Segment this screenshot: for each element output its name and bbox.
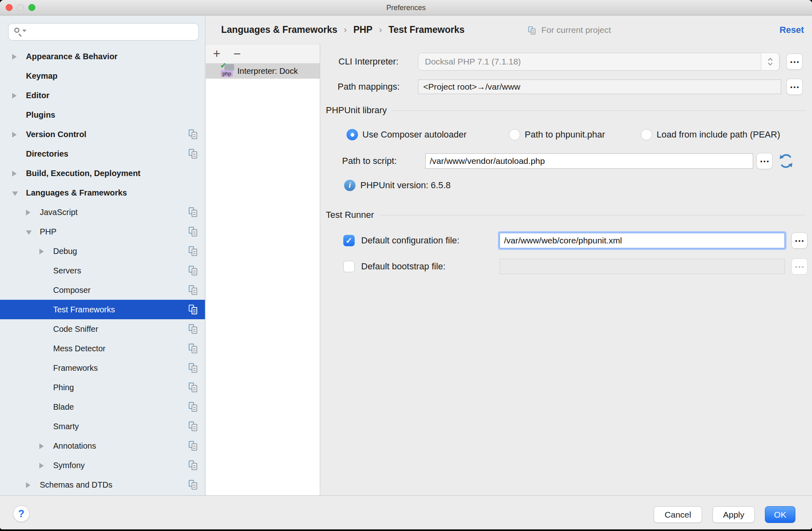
sidebar-item-label: Directories — [26, 149, 69, 159]
tree-disclosure-arrow-icon[interactable] — [39, 463, 44, 469]
project-level-icon — [189, 383, 198, 393]
sidebar-item-label: PHP — [40, 227, 56, 236]
project-level-icon — [189, 246, 198, 256]
sidebar-tree-item[interactable]: Directories — [0, 144, 205, 163]
path-to-script-input[interactable] — [425, 153, 753, 169]
breadcrumb-separator: › — [344, 25, 347, 35]
sidebar-tree-item[interactable]: PHP — [0, 222, 205, 241]
sidebar-tree-item[interactable]: Symfony — [0, 456, 205, 475]
tree-disclosure-arrow-icon[interactable] — [26, 230, 32, 235]
project-level-icon — [189, 441, 198, 451]
interpreter-list-item[interactable]: ✓ php Interpreter: Dock — [206, 63, 320, 79]
tree-disclosure-arrow-icon[interactable] — [12, 54, 17, 60]
phpunit-library-radio[interactable]: Use Composer autoloader — [347, 129, 467, 140]
sidebar-tree-item[interactable]: Frameworks — [0, 358, 205, 378]
test-runner-section-header: Test Runner — [326, 209, 812, 221]
sidebar-tree-item[interactable]: Plugins — [0, 105, 205, 125]
sidebar-tree-item[interactable]: Test Frameworks — [0, 300, 205, 319]
refresh-icon[interactable] — [778, 153, 794, 169]
search-icon[interactable] — [13, 27, 26, 37]
sidebar-tree-item[interactable]: Debug — [0, 241, 205, 261]
breadcrumb: Languages & Frameworks › PHP › Test Fram… — [221, 16, 465, 44]
help-button[interactable]: ? — [13, 505, 30, 522]
sidebar-tree-item[interactable]: Schemas and DTDs — [0, 475, 205, 494]
path-mappings-browse-button[interactable]: … — [786, 79, 803, 95]
sidebar-tree-item[interactable]: Phing — [0, 378, 205, 397]
tree-disclosure-arrow-icon[interactable] — [26, 210, 30, 215]
sidebar-item-label: Annotations — [53, 441, 96, 451]
sidebar-tree-item[interactable]: Blade — [0, 397, 205, 417]
cli-interpreter-label: CLI Interpreter: — [338, 53, 398, 71]
project-level-icon — [189, 207, 198, 217]
sidebar-item-label: JavaScript — [40, 208, 78, 217]
path-to-script-browse-button[interactable]: … — [756, 153, 773, 169]
ok-button[interactable]: OK — [765, 506, 795, 523]
tree-disclosure-arrow-icon[interactable] — [12, 132, 17, 138]
default-config-checkbox[interactable]: ✓ — [343, 235, 355, 246]
project-level-icon — [189, 344, 198, 354]
tree-disclosure-arrow-icon[interactable] — [12, 93, 17, 99]
settings-header: Languages & Frameworks › PHP › Test Fram… — [206, 16, 812, 44]
default-bootstrap-checkbox[interactable] — [343, 261, 355, 272]
project-level-icon — [189, 129, 198, 140]
sidebar-tree-item[interactable]: Appearance & Behavior — [0, 47, 205, 66]
sidebar-tree-item[interactable]: Keymap — [0, 66, 205, 86]
default-bootstrap-label: Default bootstrap file: — [361, 259, 446, 274]
sidebar-tree-item[interactable]: Code Sniffer — [0, 319, 205, 339]
sidebar-tree-item[interactable]: Servers — [0, 261, 205, 280]
sidebar-item-label: Build, Execution, Deployment — [26, 169, 140, 178]
cli-interpreter-browse-button[interactable]: … — [786, 54, 803, 70]
section-title: Test Runner — [326, 210, 374, 220]
tree-disclosure-arrow-icon[interactable] — [12, 171, 17, 176]
sidebar-tree-item[interactable]: Annotations — [0, 436, 205, 456]
sidebar-item-label: Appearance & Behavior — [26, 52, 118, 61]
phpunit-version-text: PHPUnit version: 6.5.8 — [360, 180, 451, 191]
tree-disclosure-arrow-icon[interactable] — [26, 482, 30, 488]
breadcrumb-part[interactable]: Languages & Frameworks — [221, 24, 337, 35]
sidebar-tree-item[interactable]: Smarty — [0, 417, 205, 436]
tree-disclosure-arrow-icon[interactable] — [39, 443, 44, 449]
search-input[interactable] — [26, 25, 198, 39]
sidebar-item-label: Composer — [53, 286, 90, 295]
tree-disclosure-arrow-icon[interactable] — [39, 249, 44, 254]
settings-search-box[interactable] — [8, 23, 199, 41]
breadcrumb-separator: › — [379, 25, 382, 35]
sidebar-item-label: Schemas and DTDs — [40, 480, 112, 490]
path-mappings-field[interactable]: <Project root>→/var/www — [418, 80, 781, 94]
sidebar-tree-item[interactable]: Editor — [0, 86, 205, 105]
sidebar-tree-item[interactable]: Languages & Frameworks — [0, 183, 205, 202]
phpunit-library-radio[interactable]: Path to phpunit.phar — [509, 129, 605, 140]
cancel-button[interactable]: Cancel — [654, 506, 702, 523]
default-bootstrap-browse-button: … — [791, 258, 808, 275]
project-level-icon — [189, 149, 198, 159]
dialog-footer: ? Cancel Apply OK — [0, 495, 812, 529]
cli-interpreter-select[interactable]: Docksal PHP 7.1 (7.1.18) — [418, 53, 780, 71]
default-config-browse-button[interactable]: … — [791, 232, 808, 249]
sidebar-tree-item[interactable]: Version Control — [0, 125, 205, 144]
sidebar-item-label: Smarty — [53, 422, 79, 431]
info-icon: i — [344, 180, 355, 191]
project-level-icon — [189, 227, 198, 237]
add-button[interactable]: + — [211, 46, 222, 62]
apply-button[interactable]: Apply — [713, 506, 755, 523]
breadcrumb-part[interactable]: Test Frameworks — [388, 24, 464, 35]
radio-circle-icon — [641, 129, 652, 140]
sidebar-item-label: Blade — [53, 402, 74, 412]
settings-tree: Appearance & Behavior Keymap Editor Plug… — [0, 47, 205, 494]
interpreter-list-toolbar: + − — [206, 44, 320, 63]
reset-link[interactable]: Reset — [780, 16, 804, 44]
sidebar-item-label: Plugins — [26, 110, 55, 120]
phpunit-library-section-header: PHPUnit library — [326, 105, 812, 116]
sidebar-tree-item[interactable]: Mess Detector — [0, 339, 205, 358]
project-level-icon — [189, 305, 198, 315]
chevron-up-down-icon — [761, 53, 780, 71]
sidebar-tree-item[interactable]: Composer — [0, 280, 205, 300]
tree-disclosure-arrow-icon[interactable] — [12, 191, 18, 196]
phpunit-library-radio[interactable]: Load from include path (PEAR) — [641, 129, 780, 140]
project-level-icon — [189, 285, 198, 295]
default-config-input[interactable] — [500, 233, 785, 248]
remove-button[interactable]: − — [232, 46, 242, 62]
breadcrumb-part[interactable]: PHP — [353, 24, 373, 35]
sidebar-tree-item[interactable]: Build, Execution, Deployment — [0, 163, 205, 183]
sidebar-tree-item[interactable]: JavaScript — [0, 202, 205, 222]
